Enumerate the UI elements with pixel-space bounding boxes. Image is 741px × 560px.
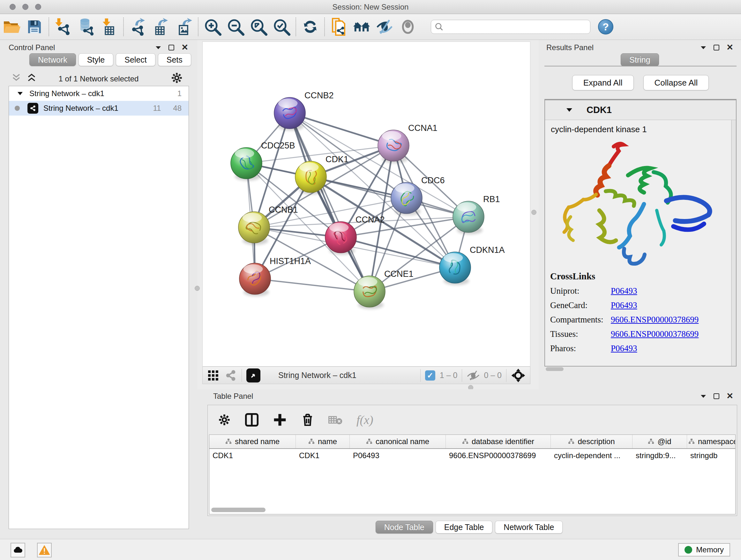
node-CDKN1A[interactable]: CDKN1A xyxy=(440,245,505,285)
network-options-gear-icon[interactable] xyxy=(171,72,183,84)
crosslink-link[interactable]: 9606.ENSP00000378699 xyxy=(611,329,698,339)
tab-sets[interactable]: Sets xyxy=(158,53,191,66)
panel-close-icon[interactable]: ✕ xyxy=(726,391,733,401)
column-header-canonical-name[interactable]: canonical name xyxy=(350,435,446,448)
results-vscroll-track[interactable] xyxy=(731,120,736,366)
tab-network-table[interactable]: Network Table xyxy=(495,521,562,534)
crosslink-row: Tissues:9606.ENSP00000378699 xyxy=(550,329,731,339)
hidden-eye-icon[interactable] xyxy=(467,370,480,381)
search-input[interactable] xyxy=(444,22,587,31)
crosslink-link[interactable]: P06493 xyxy=(611,344,637,354)
collection-expand-icon[interactable] xyxy=(17,91,23,96)
panel-float-icon[interactable] xyxy=(714,393,719,399)
expand-all-button[interactable]: Expand All xyxy=(572,75,634,90)
delete-table-icon[interactable] xyxy=(328,415,342,425)
edge-HIST1H1A-CCNE1[interactable] xyxy=(255,279,369,292)
zoom-fit-icon[interactable] xyxy=(247,17,270,37)
export-table-icon[interactable] xyxy=(149,17,172,37)
node-CCNB1[interactable]: CCNB1 xyxy=(239,205,298,245)
collapse-all-button[interactable]: Collapse All xyxy=(643,75,709,90)
delete-column-icon[interactable] xyxy=(301,413,314,427)
birds-eye-toggle-icon[interactable] xyxy=(511,368,526,383)
export-network-icon[interactable] xyxy=(126,17,149,37)
node-CDC6[interactable]: CDC6 xyxy=(391,176,445,215)
gear-icon[interactable] xyxy=(218,414,231,426)
tab-style[interactable]: Style xyxy=(78,53,114,66)
function-builder-icon[interactable]: f(x) xyxy=(356,413,374,427)
left-splitter-handle[interactable] xyxy=(195,286,200,291)
export-image-icon[interactable] xyxy=(172,17,195,37)
right-splitter-handle[interactable] xyxy=(531,210,536,215)
crosslink-link[interactable]: 9606.ENSP00000378699 xyxy=(611,315,698,325)
hide-selected-icon[interactable] xyxy=(374,17,396,37)
panel-close-icon[interactable]: ✕ xyxy=(181,43,188,52)
clone-network-icon[interactable] xyxy=(327,17,350,37)
show-all-icon[interactable] xyxy=(396,17,419,37)
panel-close-icon[interactable]: ✕ xyxy=(726,43,733,52)
open-folder-icon[interactable] xyxy=(0,17,23,37)
column-header-namespace[interactable]: namespace xyxy=(687,435,736,448)
tab-string[interactable]: String xyxy=(621,53,659,66)
import-database-icon[interactable] xyxy=(75,17,98,37)
zoom-selected-icon[interactable] xyxy=(270,17,293,37)
edge-CCNB2-CCNA1[interactable] xyxy=(290,113,394,145)
import-network-icon[interactable] xyxy=(52,17,75,37)
panel-menu-icon[interactable] xyxy=(155,45,161,50)
grid-view-icon[interactable] xyxy=(207,369,219,381)
import-table-icon[interactable] xyxy=(98,17,121,37)
tab-select[interactable]: Select xyxy=(116,53,155,66)
split-columns-icon[interactable] xyxy=(245,413,259,427)
edge-CCNA2-CDKN1A[interactable] xyxy=(341,237,455,267)
cell-name[interactable]: CDK1 xyxy=(296,449,350,463)
tab-network[interactable]: Network xyxy=(29,53,76,66)
string-network-graph[interactable]: CCNB2 CCNA1 CDC25B xyxy=(203,42,530,366)
protein-collapse-icon[interactable] xyxy=(566,108,572,112)
node-HIST1H1A[interactable]: HIST1H1A xyxy=(239,256,311,296)
panel-float-icon[interactable] xyxy=(714,45,719,51)
column-header-name[interactable]: name xyxy=(296,435,350,448)
network-view-icon[interactable] xyxy=(224,369,237,382)
network-canvas[interactable]: CCNB2 CCNA1 CDC25B xyxy=(202,42,530,367)
node-CDK1[interactable]: CDK1 xyxy=(295,154,348,194)
node-table[interactable]: shared namenamecanonical namedatabase id… xyxy=(209,435,736,514)
memory-button[interactable]: Memory xyxy=(678,543,730,557)
cell-canonical-name[interactable]: P06493 xyxy=(350,449,446,463)
panel-float-icon[interactable] xyxy=(169,45,174,51)
refresh-icon[interactable] xyxy=(299,17,322,37)
column-header--id[interactable]: @id xyxy=(632,435,687,448)
network-row[interactable]: String Network – cdk1 11 48 xyxy=(9,101,189,116)
add-column-icon[interactable] xyxy=(273,413,287,427)
warning-status-button[interactable] xyxy=(37,543,52,557)
panel-menu-icon[interactable] xyxy=(700,45,706,50)
detach-view-icon[interactable] xyxy=(246,368,260,382)
save-icon[interactable] xyxy=(23,17,46,37)
cell-description[interactable]: cyclin-dependent ... xyxy=(551,449,632,463)
panel-menu-icon[interactable] xyxy=(700,394,706,398)
help-icon[interactable]: ? xyxy=(598,19,613,35)
network-collection-row[interactable]: String Network – cdk1 1 xyxy=(9,86,189,101)
home-layout-icon[interactable] xyxy=(350,17,374,37)
tab-node-table[interactable]: Node Table xyxy=(376,521,433,534)
cell--id[interactable]: stringdb:9... xyxy=(632,449,687,463)
column-header-shared-name[interactable]: shared name xyxy=(209,435,296,448)
crosslink-link[interactable]: P06493 xyxy=(611,286,637,296)
cell-database-identifier[interactable]: 9606.ENSP00000378699 xyxy=(446,449,551,463)
table-row[interactable]: CDK1CDK1P064939606.ENSP00000378699cyclin… xyxy=(209,449,735,463)
zoom-in-icon[interactable] xyxy=(201,17,224,37)
node-CCNA1[interactable]: CCNA1 xyxy=(378,123,437,163)
crosslink-link[interactable]: P06493 xyxy=(611,300,637,310)
title-bar: Session: New Session xyxy=(0,0,741,14)
column-header-database-identifier[interactable]: database identifier xyxy=(446,435,551,448)
edge-CDK1-RB1[interactable] xyxy=(311,177,468,217)
table-hscroll-thumb[interactable] xyxy=(211,508,266,512)
column-header-description[interactable]: description xyxy=(551,435,632,448)
results-hscroll-thumb[interactable] xyxy=(546,367,563,371)
cell-shared-name[interactable]: CDK1 xyxy=(209,449,296,463)
tab-edge-table[interactable]: Edge Table xyxy=(435,521,493,534)
cloud-status-button[interactable] xyxy=(10,543,25,557)
selected-checkbox-icon[interactable]: ✓ xyxy=(425,370,435,381)
protein-header-row[interactable]: CDK1 xyxy=(545,100,736,120)
cell-namespace[interactable]: stringdb xyxy=(687,449,736,463)
node-RB1[interactable]: RB1 xyxy=(453,194,500,234)
zoom-out-icon[interactable] xyxy=(224,17,247,37)
